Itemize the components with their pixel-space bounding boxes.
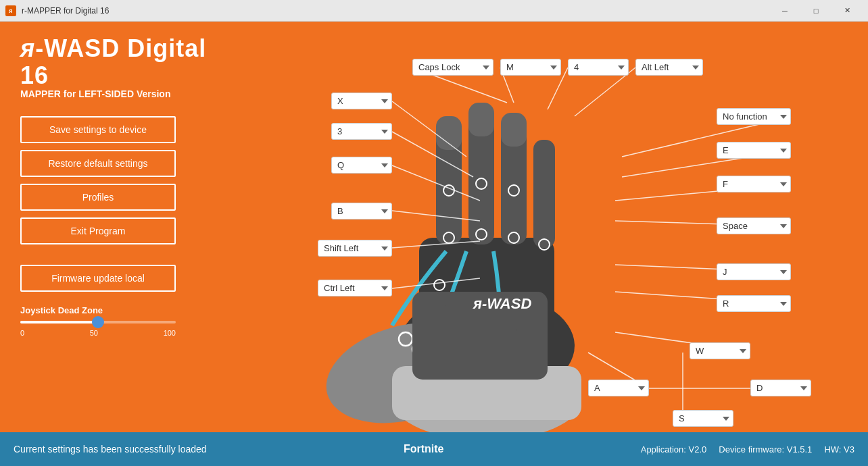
slider-container: 0 50 100 xyxy=(20,321,176,337)
statusbar: Current settings has been successfully l… xyxy=(0,432,868,466)
app-title: я-WASD Digital 16 xyxy=(20,35,237,88)
sidebar: я-WASD Digital 16 MAPPER for LEFT-SIDED … xyxy=(0,22,257,454)
app-icon: я xyxy=(5,5,16,16)
titlebar-title: r-MAPPER for Digital 16 xyxy=(22,6,109,16)
profile-name: Fortnite xyxy=(404,443,444,455)
slider-mid: 50 xyxy=(90,329,98,337)
w-dropdown[interactable]: No functionABCDEFGHIJKLMNOPQRSTUVWXYZ012… xyxy=(690,342,750,359)
slider-min: 0 xyxy=(20,329,24,337)
titlebar-controls: ─ □ ✕ xyxy=(769,0,863,22)
app-title-main: -WASD Digital 16 xyxy=(20,34,206,89)
x-dropdown[interactable]: No functionABCDEFGHIJKLMNOPQRSTUVWXYZ012… xyxy=(331,93,392,109)
svg-rect-8 xyxy=(501,113,527,147)
e-dropdown[interactable]: No functionABCDEFGHIJKLMNOPQRSTUVWXYZ012… xyxy=(717,142,791,159)
slider-max: 100 xyxy=(164,329,176,337)
nofunc-dropdown[interactable]: No functionABCDEFGHIJKLMNOPQRSTUVWXYZ012… xyxy=(717,108,791,125)
slider-thumb[interactable] xyxy=(92,316,104,328)
altleft-dropdown[interactable]: No functionABCDEFGHIJKLMNOPQRSTUVWXYZ012… xyxy=(635,59,703,76)
hw-version: HW: V3 xyxy=(824,444,854,455)
a-dropdown[interactable]: No functionABCDEFGHIJKLMNOPQRSTUVWXYZ012… xyxy=(588,380,649,396)
main-app: я-WASD Digital 16 MAPPER for LEFT-SIDED … xyxy=(0,22,868,466)
exit-button[interactable]: Exit Program xyxy=(20,217,176,244)
app-subtitle: MAPPER for LEFT-SIDED Version xyxy=(20,88,237,99)
m-dropdown[interactable]: No functionABCDEFGHIJKLMNOPQRSTUVWXYZ012… xyxy=(500,59,561,76)
profiles-button[interactable]: Profiles xyxy=(20,184,176,211)
slider-track xyxy=(20,321,176,323)
titlebar-left: я r-MAPPER for Digital 16 xyxy=(5,5,109,16)
shiftleft-dropdown[interactable]: No functionABCDEFGHIJKLMNOPQRSTUVWXYZ012… xyxy=(318,240,392,257)
status-text: Current settings has been successfully l… xyxy=(14,444,207,455)
3-dropdown[interactable]: No functionABCDEFGHIJKLMNOPQRSTUVWXYZ012… xyxy=(331,123,392,140)
capslk-dropdown[interactable]: No functionABCDEFGHIJKLMNOPQRSTUVWXYZ012… xyxy=(412,59,493,76)
save-button[interactable]: Save settings to device xyxy=(20,116,176,143)
svg-rect-9 xyxy=(533,140,555,248)
f-dropdown[interactable]: No functionABCDEFGHIJKLMNOPQRSTUVWXYZ012… xyxy=(717,176,791,192)
svg-rect-4 xyxy=(436,116,462,150)
d-dropdown[interactable]: No functionABCDEFGHIJKLMNOPQRSTUVWXYZ012… xyxy=(750,380,811,396)
svg-rect-6 xyxy=(468,103,494,136)
firmware-button[interactable]: Firmware update local xyxy=(20,265,176,292)
r-dropdown[interactable]: No functionABCDEFGHIJKLMNOPQRSTUVWXYZ012… xyxy=(717,295,791,312)
hand-area: я-WASD No functionABCDEFGHIJKLMNOPQRSTUV… xyxy=(257,22,868,454)
firmware-version: Device firmware: V1.5.1 xyxy=(719,444,812,455)
deadzone-label: Joystick Dead Zone xyxy=(20,305,237,315)
version-info: Application: V2.0 Device firmware: V1.5.… xyxy=(641,444,854,455)
maximize-button[interactable]: □ xyxy=(800,0,831,22)
4-dropdown[interactable]: No functionABCDEFGHIJKLMNOPQRSTUVWXYZ012… xyxy=(568,59,629,76)
app-version: Application: V2.0 xyxy=(641,444,707,455)
restore-button[interactable]: Restore default settings xyxy=(20,150,176,177)
device-label: я-WASD xyxy=(473,295,531,313)
b-dropdown[interactable]: No functionABCDEFGHIJKLMNOPQRSTUVWXYZ012… xyxy=(331,203,392,219)
close-button[interactable]: ✕ xyxy=(831,0,863,22)
minimize-button[interactable]: ─ xyxy=(769,0,800,22)
s-dropdown[interactable]: No functionABCDEFGHIJKLMNOPQRSTUVWXYZ012… xyxy=(673,410,733,427)
app-title-r: я xyxy=(20,34,35,62)
ctrlleft-dropdown[interactable]: No functionABCDEFGHIJKLMNOPQRSTUVWXYZ012… xyxy=(318,280,392,296)
q-dropdown[interactable]: No functionABCDEFGHIJKLMNOPQRSTUVWXYZ012… xyxy=(331,157,392,174)
slider-labels: 0 50 100 xyxy=(20,329,176,337)
j-dropdown[interactable]: No functionABCDEFGHIJKLMNOPQRSTUVWXYZ012… xyxy=(717,263,791,280)
space-dropdown[interactable]: No functionABCDEFGHIJKLMNOPQRSTUVWXYZ012… xyxy=(717,217,791,234)
titlebar: я r-MAPPER for Digital 16 ─ □ ✕ xyxy=(0,0,868,22)
slider-fill xyxy=(20,321,98,323)
